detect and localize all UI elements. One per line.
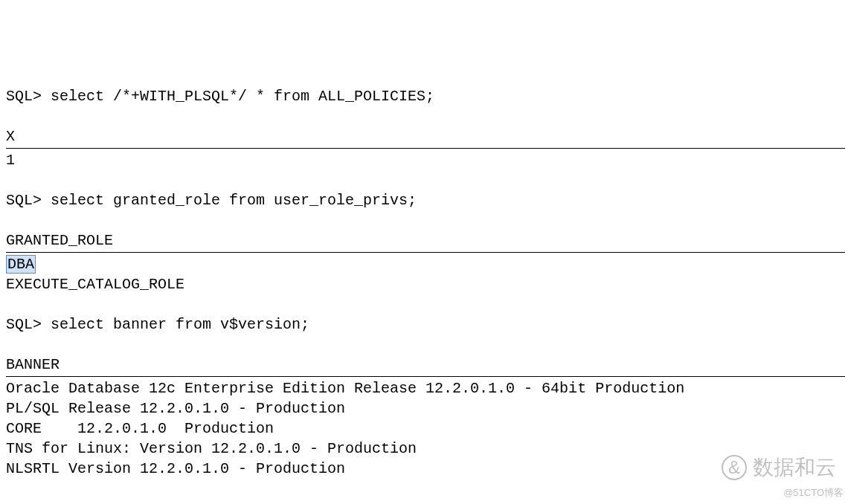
col-header-2: GRANTED_ROLE — [6, 232, 113, 249]
row-2-selected: DBA — [6, 255, 36, 274]
row-3-1: PL/SQL Release 12.2.0.1.0 - Production — [6, 400, 345, 417]
col-header-1: X — [6, 128, 15, 145]
row-3-0: Oracle Database 12c Enterprise Edition R… — [6, 380, 684, 397]
separator-2 — [6, 252, 845, 253]
sql-prompt-3: SQL> — [6, 316, 51, 333]
sql-prompt-2: SQL> — [6, 192, 51, 209]
watermark-text: 数据和云 — [753, 453, 836, 482]
sql-statement-1: select /*+WITH_PLSQL*/ * from ALL_POLICI… — [51, 88, 434, 105]
sql-statement-3: select banner from v$version; — [51, 316, 309, 333]
row-2-0: EXECUTE_CATALOG_ROLE — [6, 276, 184, 293]
sql-prompt-1: SQL> — [6, 88, 51, 105]
sql-statement-2: select granted_role from user_role_privs… — [51, 192, 417, 209]
col-header-3: BANNER — [6, 356, 60, 373]
separator-1 — [6, 148, 845, 149]
row-3-3: TNS for Linux: Version 12.2.0.1.0 - Prod… — [6, 440, 417, 457]
watermark-icon: & — [722, 455, 747, 480]
separator-3 — [6, 376, 845, 377]
attribution-text: @51CTO博客 — [783, 486, 844, 500]
row-3-4: NLSRTL Version 12.2.0.1.0 - Production — [6, 460, 345, 477]
watermark: & 数据和云 — [722, 453, 836, 482]
row-3-2: CORE 12.2.0.1.0 Production — [6, 420, 274, 437]
row-1-0: 1 — [6, 152, 15, 169]
